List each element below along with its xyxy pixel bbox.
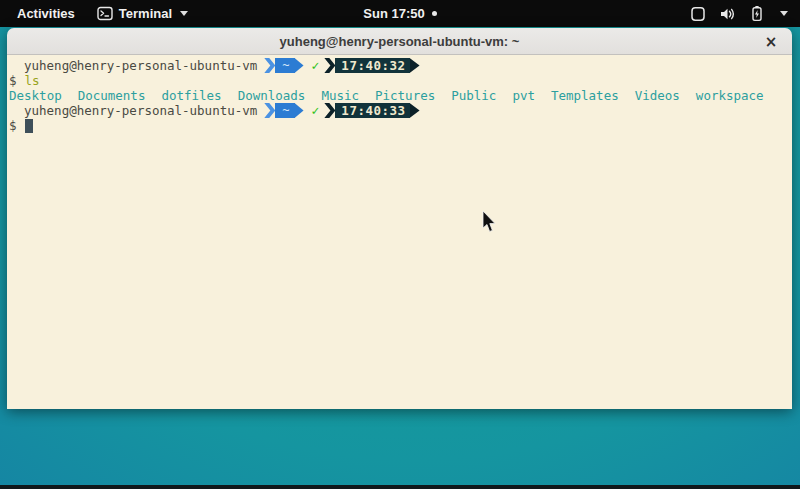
ls-output: DesktopDocumentsdotfilesDownloadsMusicPi… <box>7 88 792 103</box>
directory-name: dotfiles <box>161 88 221 103</box>
close-icon[interactable]: × <box>760 28 782 55</box>
powerline-chevron-icon <box>324 58 335 73</box>
directory-name: Public <box>451 88 496 103</box>
window-title: yuheng@henry-personal-ubuntu-vm: ~ <box>280 34 520 49</box>
terminal-content[interactable]: yuheng@henry-personal-ubuntu-vm ~ ✓ 17:4… <box>7 55 792 409</box>
powerline-chevron-icon <box>264 103 275 118</box>
clock[interactable]: Sun 17:50 <box>363 6 424 21</box>
terminal-icon <box>97 6 113 21</box>
check-icon: ✓ <box>312 58 320 73</box>
directory-name: Videos <box>635 88 680 103</box>
directory-name: Templates <box>551 88 619 103</box>
powerline-chevron-icon <box>324 103 335 118</box>
app-menu-label: Terminal <box>119 6 172 21</box>
directory-name: Documents <box>78 88 146 103</box>
top-bar: Activities Terminal Sun 17:50 <box>0 0 800 27</box>
powerline-path-segment: ~ <box>257 103 303 118</box>
powerline-arrow-icon <box>295 103 304 118</box>
typed-command: ls <box>25 73 40 88</box>
prompt-line: yuheng@henry-personal-ubuntu-vm ~ ✓ 17:4… <box>7 103 792 118</box>
powerline-chevron-icon <box>264 58 275 73</box>
window-titlebar[interactable]: yuheng@henry-personal-ubuntu-vm: ~ × <box>7 28 792 55</box>
volume-icon <box>719 6 736 22</box>
desktop: { "topbar": { "activities_label": "Activ… <box>0 0 800 489</box>
system-status-area[interactable] <box>690 5 800 22</box>
chevron-down-icon <box>180 11 188 16</box>
app-menu-terminal[interactable]: Terminal <box>97 6 188 21</box>
chevron-down-icon <box>780 11 788 16</box>
prompt-line: yuheng@henry-personal-ubuntu-vm ~ ✓ 17:4… <box>7 58 792 73</box>
prompt-symbol: $ <box>9 118 17 133</box>
powerline-path-segment: ~ <box>257 58 303 73</box>
text-cursor <box>25 119 33 133</box>
prompt-user-host: yuheng@henry-personal-ubuntu-vm <box>24 103 257 118</box>
input-line[interactable]: $ <box>7 118 792 133</box>
battery-charging-icon <box>749 5 765 22</box>
directory-name: pvt <box>512 88 535 103</box>
powerline-arrow-icon <box>295 58 304 73</box>
prompt-path: ~ <box>275 103 294 118</box>
directory-name: Music <box>321 88 359 103</box>
notification-dot-icon <box>432 11 437 16</box>
directory-name: Desktop <box>9 88 62 103</box>
prompt-user-host: yuheng@henry-personal-ubuntu-vm <box>24 58 257 73</box>
activities-button[interactable]: Activities <box>13 4 79 23</box>
top-bar-left: Activities Terminal <box>0 4 188 23</box>
prompt-time: 17:40:33 <box>335 103 409 118</box>
prompt-symbol: $ <box>9 73 17 88</box>
check-icon: ✓ <box>312 103 320 118</box>
desktop-bottom-edge <box>0 485 800 489</box>
screen-icon <box>690 6 706 22</box>
terminal-window: yuheng@henry-personal-ubuntu-vm: ~ × yuh… <box>7 28 792 409</box>
powerline-arrow-icon <box>410 103 420 118</box>
powerline-time-segment: 17:40:33 <box>324 103 419 118</box>
prompt-time: 17:40:32 <box>335 58 409 73</box>
powerline-time-segment: 17:40:32 <box>324 58 419 73</box>
prompt-path: ~ <box>275 58 294 73</box>
command-line: $ ls <box>7 73 792 88</box>
directory-name: Downloads <box>238 88 306 103</box>
powerline-arrow-icon <box>410 58 420 73</box>
directory-name: Pictures <box>375 88 435 103</box>
directory-name: workspace <box>696 88 764 103</box>
